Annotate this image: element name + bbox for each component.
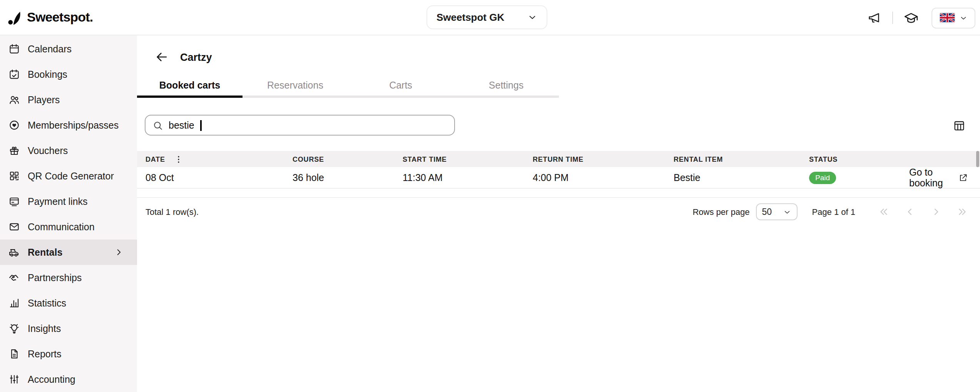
calendar-icon [8,43,20,55]
column-header-start-time: START TIME [403,155,533,163]
tab-label: Reservations [267,80,323,91]
previous-page-button[interactable] [905,206,915,217]
document-icon [8,348,20,360]
sidebar-item-calendars[interactable]: Calendars [0,36,137,62]
cell-status: Paid [809,172,909,184]
column-header-rental-item: RENTAL ITEM [674,155,809,163]
sidebar: Calendars Bookings Players Memberships/p… [0,35,137,392]
membership-heart-icon [8,119,20,131]
organization-selector[interactable]: Sweetspot GK [426,5,547,29]
total-rows-label: Total 1 row(s). [145,207,199,216]
sidebar-item-label: Vouchers [28,145,68,156]
sweetspot-logo-icon [8,10,22,25]
uk-flag-icon [940,13,954,22]
page-indicator: Page 1 of 1 [812,207,855,216]
handshake-icon [8,272,20,283]
logo-text: Sweetspot. [27,10,93,25]
chevron-down-icon [783,208,791,216]
sidebar-item-communication[interactable]: Communication [0,214,137,240]
pager [878,206,968,217]
rows-per-page-select[interactable]: 50 [756,203,797,220]
chevron-right-icon [113,247,125,257]
back-button[interactable] [154,49,169,65]
tab-settings[interactable]: Settings [453,75,559,98]
golf-cart-icon [8,246,20,258]
table-bottom-divider [137,189,980,198]
sidebar-item-statistics[interactable]: Statistics [0,290,137,316]
rows-per-page-label: Rows per page [692,207,749,216]
sidebar-item-partnerships[interactable]: Partnerships [0,265,137,290]
scrollbar-thumb[interactable] [976,151,979,167]
go-to-booking-link[interactable]: Go to booking [909,167,968,189]
megaphone-icon [868,11,881,25]
mail-icon [8,221,20,233]
sidebar-item-label: Partnerships [28,272,82,283]
sidebar-item-label: Payment links [28,196,88,207]
external-link-icon [958,173,968,183]
last-page-button[interactable] [957,206,968,217]
main-content: Cartzy Booked carts Reservations Carts S… [137,35,980,392]
tab-booked-carts[interactable]: Booked carts [137,75,242,98]
first-page-button[interactable] [878,206,889,217]
sidebar-item-label: Statistics [28,298,66,308]
sidebar-item-label: QR Code Generator [28,171,114,181]
sidebar-item-label: Players [28,94,60,105]
column-header-status: STATUS [809,155,909,163]
sidebar-item-qr-code-generator[interactable]: QR Code Generator [0,163,137,189]
sidebar-item-players[interactable]: Players [0,87,137,112]
cell-date: 08 Oct [145,173,293,183]
table-row[interactable]: 08 Oct 36 hole 11:30 AM 4:00 PM Bestie P… [137,167,980,189]
text-caret [201,120,202,131]
sidebar-item-rentals[interactable]: Rentals [0,240,137,265]
sidebar-item-label: Calendars [28,44,72,54]
page-title: Cartzy [180,51,212,63]
language-selector[interactable] [932,7,975,28]
cell-rental-item: Bestie [674,173,809,183]
search-value: bestie [169,120,194,131]
sidebar-item-label: Insights [28,323,61,334]
next-page-button[interactable] [931,206,942,217]
gift-icon [8,145,20,156]
tab-label: Carts [389,80,412,91]
rows-per-page-value: 50 [762,207,772,216]
date-view-button[interactable] [951,117,968,134]
sliders-icon [8,374,20,385]
cell-start-time: 11:30 AM [403,173,533,183]
bar-chart-icon [8,297,20,309]
page-header: Cartzy [137,35,980,68]
lightbulb-icon [8,323,20,334]
sidebar-item-accounting[interactable]: Accounting [0,367,137,392]
sidebar-item-insights[interactable]: Insights [0,316,137,341]
sweetspot-logo[interactable]: Sweetspot. [8,0,93,35]
sidebar-item-bookings[interactable]: Bookings [0,62,137,87]
sidebar-item-label: Communication [28,221,95,232]
table-header: DATE COURSE START TIME RETURN TIME RENTA… [137,151,980,167]
sidebar-item-vouchers[interactable]: Vouchers [0,138,137,163]
search-icon [152,120,163,131]
academy-button[interactable] [900,7,921,28]
tab-label: Settings [489,80,523,91]
go-to-booking-label: Go to booking [909,167,955,189]
column-menu-icon[interactable] [174,154,184,164]
qr-code-icon [8,170,20,182]
tab-reservations[interactable]: Reservations [242,75,348,98]
calendar-table-icon [953,119,965,131]
top-right-actions [864,0,975,35]
sidebar-item-label: Bookings [28,69,67,80]
search-input[interactable]: bestie [145,115,455,136]
cell-return-time: 4:00 PM [533,173,674,183]
column-header-label: DATE [145,155,165,163]
sidebar-item-reports[interactable]: Reports [0,341,137,367]
column-header-date: DATE [145,154,293,164]
announcements-button[interactable] [864,7,885,28]
sidebar-item-payment-links[interactable]: Payment links [0,189,137,214]
sidebar-item-label: Reports [28,348,62,359]
cell-course: 36 hole [293,173,403,183]
tab-bar: Booked carts Reservations Carts Settings [137,75,980,98]
sidebar-item-label: Rentals [28,247,62,258]
column-header-course: COURSE [293,155,403,163]
sidebar-item-label: Memberships/passes [28,120,119,131]
tab-carts[interactable]: Carts [348,75,453,98]
status-badge-paid: Paid [809,172,836,184]
sidebar-item-memberships[interactable]: Memberships/passes [0,112,137,138]
